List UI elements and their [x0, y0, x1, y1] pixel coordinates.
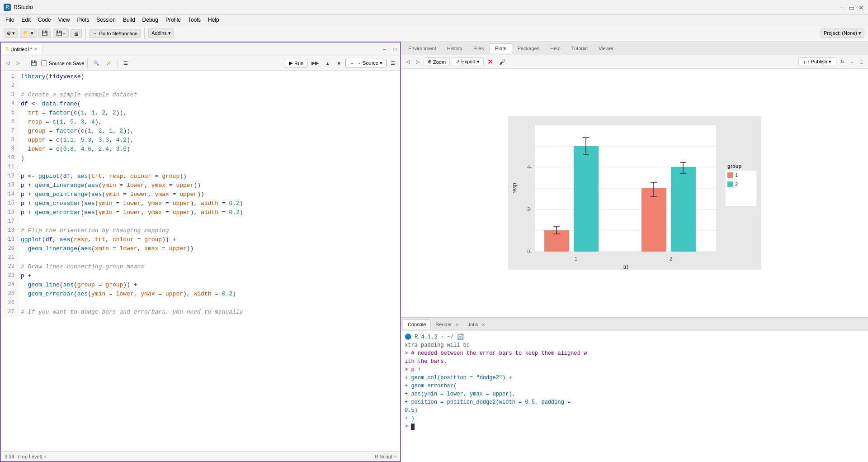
- line-content[interactable]: trt = factor(c(1, 1, 2, 2)),: [19, 109, 400, 118]
- line-content[interactable]: [19, 253, 400, 262]
- line-content[interactable]: p + geom_linerange(aes(ymin = lower, yma…: [19, 181, 400, 190]
- plot-toolbar: ◁ ▷ ⊕ Zoom ↗ Export ▾ ✕ 🖌 ↑ ↑ Publish ▾ …: [401, 55, 868, 69]
- line-content[interactable]: geom_linerange(aes(xmin = lower, xmax = …: [19, 244, 400, 253]
- menu-item-help[interactable]: Help: [204, 16, 223, 24]
- panel-tab-packages[interactable]: Packages: [512, 44, 545, 53]
- plot-forward-button[interactable]: ▷: [414, 58, 422, 66]
- minimize-button[interactable]: −: [838, 4, 844, 10]
- line-content[interactable]: group = factor(c(1, 2, 1, 2)),: [19, 127, 400, 136]
- console-line-7: + aes(ymin = lower, ymax = upper),: [405, 390, 864, 398]
- code-area[interactable]: 1library(tidyverse)23# Create a simple e…: [1, 71, 400, 451]
- editor-expand-button[interactable]: □: [390, 45, 400, 53]
- restore-button[interactable]: ▭: [848, 4, 854, 10]
- run-up-button[interactable]: ▲: [323, 60, 332, 67]
- panel-tab-help[interactable]: Help: [545, 44, 566, 53]
- print-button[interactable]: 🖨: [71, 29, 82, 38]
- save-editor-button[interactable]: 💾: [28, 59, 39, 67]
- plot-panel-expand[interactable]: □: [858, 58, 865, 66]
- line-content[interactable]: [19, 217, 400, 226]
- editor-tab-untitled1[interactable]: R Untitled1* ✕: [1, 45, 42, 54]
- line-content[interactable]: p <- ggplot(df, aes(trt, resp, colour = …: [19, 172, 400, 181]
- line-content[interactable]: # If you want to dodge bars and errorbar…: [19, 308, 400, 317]
- menu-item-edit[interactable]: Edit: [18, 16, 34, 24]
- run-down-button[interactable]: ▼: [334, 60, 344, 67]
- open-file-button[interactable]: 📁 ▾: [20, 29, 37, 38]
- panel-tab-environment[interactable]: Environment: [403, 44, 442, 53]
- go-to-file-button[interactable]: → Go to file/function: [90, 29, 141, 38]
- line-number: 17: [1, 217, 19, 226]
- line-content[interactable]: # Flip the orientation by changing mappi…: [19, 226, 400, 235]
- brush-plot-button[interactable]: 🖌: [497, 57, 507, 67]
- line-content[interactable]: upper = c(1.1, 5.3, 3.3, 4.2),: [19, 136, 400, 145]
- line-content[interactable]: geom_line(aes(group = group)) +: [19, 281, 400, 290]
- save-all-button[interactable]: 💾+: [53, 29, 68, 38]
- source-label: → Source ▾: [356, 60, 382, 66]
- plot-refresh-button[interactable]: ↻: [838, 58, 847, 66]
- line-content[interactable]: p + geom_errorbar(aes(ymin = lower, ymax…: [19, 208, 400, 217]
- panel-tab-files[interactable]: Files: [468, 44, 489, 53]
- line-number: 27: [1, 308, 19, 317]
- line-content[interactable]: [19, 163, 400, 172]
- delete-plot-button[interactable]: ✕: [486, 57, 495, 67]
- editor-header: R Untitled1* ✕ − □: [1, 43, 400, 56]
- line-content[interactable]: geom_errorbar(aes(ymin = lower, ymax = u…: [19, 290, 400, 299]
- indent-button[interactable]: ☰: [121, 59, 130, 67]
- menu-item-session[interactable]: Session: [93, 16, 119, 24]
- line-content[interactable]: # Draw lines connecting group means: [19, 262, 400, 271]
- line-content[interactable]: resp = c(1, 5, 3, 4),: [19, 118, 400, 127]
- panel-tab-tutorial[interactable]: Tutorial: [566, 44, 593, 53]
- console-area[interactable]: 🔵 R 4.1.2 · ~/ 🔄 xtra padding will be > …: [401, 331, 868, 462]
- menu-item-debug[interactable]: Debug: [139, 16, 162, 24]
- addins-button[interactable]: Addins ▾: [148, 29, 174, 38]
- back-button[interactable]: ◁: [4, 59, 12, 67]
- line-content[interactable]: p + geom_crossbar(aes(ymin = lower, ymax…: [19, 199, 400, 208]
- forward-button[interactable]: ▷: [14, 59, 22, 67]
- new-file-button[interactable]: ⊕ ▾: [4, 29, 18, 38]
- wand-button[interactable]: 🪄: [104, 59, 114, 67]
- panel-tab-viewer[interactable]: Viewer: [593, 44, 619, 53]
- line-content[interactable]: ggplot(df, aes(resp, trt, colour = group…: [19, 235, 400, 244]
- line-content[interactable]: p + geom_pointrange(aes(ymin = lower, ym…: [19, 190, 400, 199]
- run-button[interactable]: ▶ Run: [285, 59, 307, 67]
- menu-item-build[interactable]: Build: [119, 16, 139, 24]
- menu-item-code[interactable]: Code: [34, 16, 55, 24]
- plot-back-button[interactable]: ◁: [404, 58, 412, 66]
- source-button[interactable]: → → Source ▾: [345, 59, 387, 67]
- editor-settings-button[interactable]: ☰: [388, 59, 397, 67]
- project-button[interactable]: Project: (None) ▾: [821, 29, 864, 38]
- console-line-2: > # needed between the error bars to kee…: [405, 349, 864, 357]
- line-content[interactable]: # Create a simple example dataset: [19, 90, 400, 100]
- menu-item-plots[interactable]: Plots: [74, 16, 93, 24]
- zoom-button[interactable]: ⊕ Zoom: [424, 57, 450, 66]
- console-tab-close[interactable]: ✕: [481, 322, 485, 327]
- line-content[interactable]: library(tidyverse): [19, 72, 400, 81]
- line-content[interactable]: [19, 299, 400, 308]
- publish-button[interactable]: ↑ ↑ Publish ▾: [798, 57, 836, 66]
- line-content[interactable]: p +: [19, 271, 400, 281]
- menu-item-file[interactable]: File: [2, 16, 18, 24]
- run-previous-button[interactable]: ▶▶: [309, 59, 321, 67]
- search-button[interactable]: 🔍: [91, 59, 102, 67]
- line-content[interactable]: [19, 81, 400, 90]
- editor-minimize-button[interactable]: −: [379, 45, 390, 53]
- source-on-save-checkbox[interactable]: [41, 60, 47, 66]
- script-type[interactable]: R Script ÷: [375, 454, 396, 459]
- console-tab-close[interactable]: ✕: [455, 322, 459, 327]
- menu-item-view[interactable]: View: [55, 16, 74, 24]
- panel-tab-plots[interactable]: Plots: [489, 43, 512, 53]
- line-content[interactable]: df <- data.frame(: [19, 100, 400, 109]
- console-tab-render[interactable]: Render ✕: [431, 320, 463, 329]
- code-line-7: 7 group = factor(c(1, 2, 1, 2)),: [1, 127, 400, 136]
- plot-panel-minimize[interactable]: −: [849, 58, 856, 66]
- export-button[interactable]: ↗ Export ▾: [452, 57, 484, 66]
- panel-tab-history[interactable]: History: [442, 44, 468, 53]
- console-tab-console[interactable]: Console: [403, 319, 431, 329]
- tab-close-icon[interactable]: ✕: [34, 47, 38, 52]
- console-tab-jobs[interactable]: Jobs ✕: [463, 320, 490, 329]
- save-button[interactable]: 💾: [38, 29, 51, 38]
- line-content[interactable]: lower = c(0.8, 4.6, 2.4, 3.6): [19, 145, 400, 154]
- close-button[interactable]: ✕: [858, 4, 864, 10]
- menu-item-profile[interactable]: Profile: [162, 16, 184, 24]
- menu-item-tools[interactable]: Tools: [184, 16, 204, 24]
- line-content[interactable]: ): [19, 154, 400, 163]
